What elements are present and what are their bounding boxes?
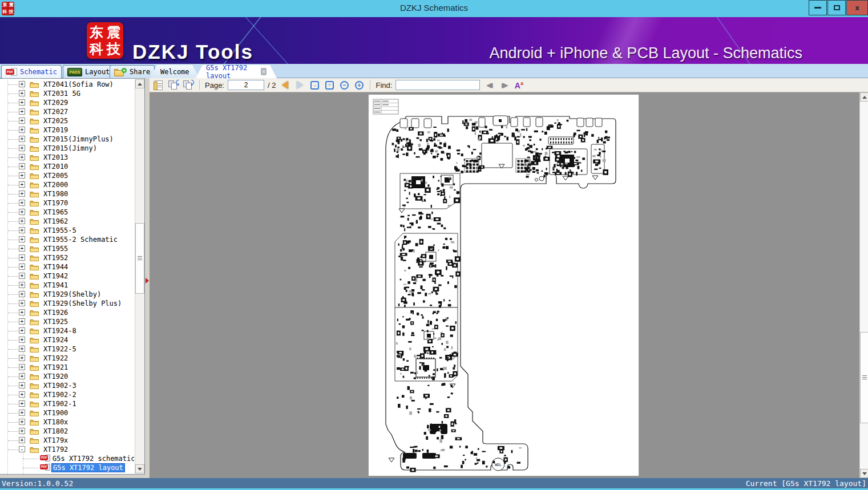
expand-toggle[interactable]: + (19, 172, 25, 179)
tree-item-xt1926[interactable]: +XT1926 (0, 308, 134, 317)
tree-item-xt1980[interactable]: +XT1980 (0, 189, 134, 199)
doc-tab-welcome[interactable]: Welcome (150, 65, 199, 78)
find-previous-button[interactable]: ◀▮ (483, 79, 495, 91)
viewer-scroll-down-button[interactable] (860, 469, 868, 478)
expand-toggle[interactable]: + (19, 410, 25, 416)
expand-toggle[interactable]: + (19, 118, 25, 124)
expand-toggle[interactable]: + (19, 419, 25, 425)
expand-toggle[interactable]: + (19, 254, 25, 261)
tree-item-xt2041-sofia-row-[interactable]: +XT2041(Sofia Row) (0, 80, 134, 89)
tree-item-xt1924[interactable]: +XT1924 (0, 335, 134, 345)
rotate-right-button[interactable]: ⤸ (183, 79, 194, 91)
tree-item-xt1792[interactable]: -XT1792 (0, 445, 134, 454)
minimize-button[interactable] (809, 0, 827, 15)
previous-page-button[interactable] (279, 79, 290, 91)
tree-scrollbar-thumb[interactable] (135, 223, 144, 294)
tab-schematic[interactable]: PDF Schematic (1, 65, 62, 78)
tree-item-xt1955-5[interactable]: +XT1955-5 (0, 226, 134, 235)
close-button[interactable]: x (846, 0, 868, 15)
expand-toggle[interactable]: + (19, 337, 25, 343)
expand-toggle[interactable]: + (19, 382, 25, 388)
tree-item-xt1929-shelby-[interactable]: +XT1929(Shelby) (0, 290, 134, 299)
tree-item-xt179x[interactable]: +XT179x (0, 436, 134, 445)
tree-item-xt1924-8[interactable]: +XT1924-8 (0, 326, 134, 335)
expand-toggle[interactable]: + (19, 364, 25, 370)
expand-toggle[interactable]: + (19, 355, 25, 361)
panel-splitter[interactable] (145, 78, 150, 478)
tree-scroll-down-button[interactable] (135, 464, 144, 473)
tree-item-xt1922-5[interactable]: +XT1922-5 (0, 345, 134, 354)
tree-item-xt1965[interactable]: +XT1965 (0, 208, 134, 217)
expand-toggle[interactable]: + (19, 163, 25, 169)
tree-scroll-up-button[interactable] (135, 79, 144, 88)
tree-item-xt180x[interactable]: +XT180x (0, 418, 134, 427)
tab-layout[interactable]: PADS Layout (63, 65, 114, 78)
pdf-viewer[interactable]: WDL (150, 92, 868, 478)
tree-item-xt1942[interactable]: +XT1942 (0, 272, 134, 281)
match-case-button[interactable]: Aa (513, 79, 524, 91)
tab-close-icon[interactable]: x (261, 68, 267, 75)
fit-page-button[interactable]: ⁘ (324, 79, 335, 91)
zoom-in-button[interactable]: + (353, 79, 365, 91)
page-number-input[interactable] (228, 80, 264, 90)
viewer-scrollbar-thumb[interactable] (860, 332, 868, 423)
tree-item-xt1921[interactable]: +XT1921 (0, 363, 134, 372)
expand-toggle[interactable]: + (19, 200, 25, 206)
tree-item-xt1970[interactable]: +XT1970 (0, 199, 134, 208)
tree-item-xt1952[interactable]: +XT1952 (0, 253, 134, 262)
tree-item-xt1902-1[interactable]: +XT1902-1 (0, 399, 134, 408)
tree-item-xt2015-jimnyplus-[interactable]: +XT2015(JimnyPlus) (0, 135, 134, 144)
expand-toggle[interactable]: + (19, 81, 25, 87)
expand-toggle[interactable]: + (19, 428, 25, 434)
tree-item-xt2025[interactable]: +XT2025 (0, 116, 134, 125)
expand-toggle[interactable]: + (19, 391, 25, 398)
expand-toggle[interactable]: + (19, 264, 25, 270)
expand-toggle[interactable]: + (19, 282, 25, 288)
tree-item-xt2005[interactable]: +XT2005 (0, 171, 134, 180)
tree-item-xt2000[interactable]: +XT2000 (0, 180, 134, 189)
tree-item-g5s-xt1792-schematic[interactable]: PDFG5s XT1792 schematic (0, 454, 134, 463)
tree-item-xt1955-2-schematic[interactable]: +XT1955-2 Schematic (0, 235, 134, 244)
collapse-toggle[interactable]: - (19, 446, 25, 452)
tree-item-xt2019[interactable]: +XT2019 (0, 125, 134, 135)
expand-toggle[interactable]: + (19, 191, 25, 197)
rotate-left-button[interactable]: ⤹ (168, 79, 179, 91)
doc-tab-g5s-xt1792-layout[interactable]: G5s XT1792 layout x (196, 65, 277, 78)
expand-toggle[interactable]: + (19, 145, 25, 151)
expand-toggle[interactable]: + (19, 108, 25, 115)
tree-item-xt1900[interactable]: +XT1900 (0, 408, 134, 418)
tree-item-xt2010[interactable]: +XT2010 (0, 162, 134, 171)
next-page-button[interactable] (294, 79, 305, 91)
fit-width-button[interactable]: ↔ (309, 79, 320, 91)
expand-toggle[interactable]: + (19, 181, 25, 188)
expand-toggle[interactable]: + (19, 309, 25, 315)
expand-toggle[interactable]: + (19, 300, 25, 306)
splitter-collapse-icon[interactable] (146, 278, 149, 284)
tree-item-xt2027[interactable]: +XT2027 (0, 107, 134, 116)
expand-toggle[interactable]: + (19, 218, 25, 224)
tree-item-xt2015-jimny-[interactable]: +XT2015(Jimny) (0, 144, 134, 153)
tree-item-xt1922[interactable]: +XT1922 (0, 354, 134, 363)
tree-scrollbar[interactable] (135, 79, 144, 473)
expand-toggle[interactable]: + (19, 99, 25, 106)
tree-item-xt1902-3[interactable]: +XT1902-3 (0, 381, 134, 390)
tree-item-xt2013[interactable]: +XT2013 (0, 153, 134, 162)
expand-toggle[interactable]: + (19, 437, 25, 443)
expand-toggle[interactable]: + (19, 273, 25, 279)
expand-toggle[interactable]: + (19, 400, 25, 407)
tree-item-g5s-xt1792-layout[interactable]: PDFG5s XT1792 layout (0, 463, 134, 472)
expand-toggle[interactable]: + (19, 373, 25, 379)
viewer-scrollbar[interactable] (859, 92, 868, 478)
expand-toggle[interactable]: + (19, 327, 25, 334)
expand-toggle[interactable]: + (19, 154, 25, 160)
tab-share[interactable]: + Share (110, 65, 155, 78)
expand-toggle[interactable]: + (19, 90, 25, 96)
tree-item-partial[interactable] (0, 472, 134, 474)
tree-item-xt1941[interactable]: +XT1941 (0, 281, 134, 290)
tree-item-xt1902-2[interactable]: +XT1902-2 (0, 390, 134, 399)
find-input[interactable] (395, 80, 480, 90)
tree-item-xt2031-5g[interactable]: +XT2031 5G (0, 89, 134, 98)
expand-toggle[interactable]: + (19, 346, 25, 352)
tree-item-xt1920[interactable]: +XT1920 (0, 372, 134, 381)
expand-toggle[interactable]: + (19, 291, 25, 297)
